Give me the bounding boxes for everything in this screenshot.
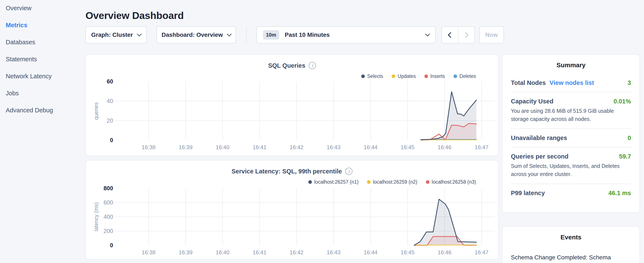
now-button[interactable]: Now: [479, 26, 504, 43]
chart-legend: localhost:26257 (n1)localhost:26259 (n2)…: [308, 179, 476, 185]
sidebar-item-statements[interactable]: Statements: [6, 55, 37, 64]
dashboard-dropdown[interactable]: Dashboard: Overview: [156, 26, 236, 43]
chart-plot-area[interactable]: [114, 188, 496, 249]
x-axis-tick: 16:46: [432, 249, 457, 256]
next-time-button[interactable]: [458, 27, 474, 43]
legend-item[interactable]: localhost:26257 (n1): [308, 179, 358, 185]
page-title: Overview Dashboard: [86, 10, 184, 21]
y-axis-tick: 40: [90, 97, 113, 105]
legend-item[interactable]: Deletes: [454, 73, 476, 79]
legend-label: Deletes: [460, 73, 476, 79]
graph-dropdown[interactable]: Graph: Cluster: [86, 26, 147, 43]
legend-dot-icon: [426, 180, 430, 184]
time-range-dropdown[interactable]: 10m Past 10 Minutes: [256, 26, 436, 43]
chevron-left-icon: [448, 32, 454, 38]
legend-label: Inserts: [430, 73, 445, 79]
events-title: Events: [502, 234, 640, 241]
legend-dot-icon: [424, 75, 428, 78]
x-axis-tick: 16:47: [469, 144, 494, 151]
legend-item[interactable]: localhost:26258 (n3): [426, 179, 476, 185]
queries-per-second-value: 59.7: [619, 153, 631, 160]
info-icon[interactable]: i: [345, 168, 352, 175]
time-range-label: Past 10 Minutes: [285, 32, 420, 38]
x-axis-tick: 16:45: [395, 144, 420, 151]
time-step-button-group: [442, 26, 475, 43]
y-axis-tick: 20: [90, 117, 113, 124]
sidebar-item-advanced-debug[interactable]: Advanced Debug: [6, 106, 53, 115]
y-axis-tick: 600: [90, 199, 113, 206]
sidebar-item-overview[interactable]: Overview: [6, 4, 32, 13]
capacity-used-value: 0.01%: [614, 98, 631, 105]
chevron-right-icon: [463, 32, 468, 38]
info-icon[interactable]: i: [309, 62, 316, 69]
dashboard-dropdown-label: Dashboard: Overview: [162, 32, 223, 38]
x-axis-tick: 16:46: [432, 144, 457, 151]
divider: [511, 92, 631, 92]
sidebar-item-jobs[interactable]: Jobs: [6, 89, 19, 98]
unavailable-ranges-label: Unavailable ranges: [511, 134, 567, 141]
legend-label: Updates: [398, 73, 416, 79]
chevron-down-icon: [137, 32, 142, 37]
divider: [511, 147, 631, 147]
summary-row-total-nodes: Total Nodes View nodes list 3: [511, 79, 631, 86]
legend-dot-icon: [361, 75, 365, 78]
sidebar: Overview Metrics Databases Statements Ne…: [0, 0, 86, 263]
queries-per-second-description: Sum of Selects, Updates, Inserts, and De…: [511, 162, 631, 178]
sidebar-item-metrics[interactable]: Metrics: [6, 21, 28, 30]
y-axis-tick: 0: [90, 241, 113, 249]
sql-queries-chart-card: SQL Queries i SelectsUpdatesInsertsDelet…: [86, 54, 498, 156]
x-axis-tick: 16:45: [395, 249, 420, 256]
summary-row-unavailable-ranges: Unavailable ranges 0: [511, 134, 631, 141]
summary-row-capacity-used: Capacity Used 0.01%: [511, 98, 631, 105]
x-axis-tick: 16:38: [136, 144, 161, 151]
prev-time-button[interactable]: [442, 27, 458, 43]
x-axis-tick: 16:40: [210, 144, 235, 151]
legend-dot-icon: [454, 75, 457, 78]
legend-label: localhost:26258 (n3): [432, 179, 476, 185]
chevron-down-icon: [227, 32, 232, 37]
x-axis-tick: 16:43: [321, 144, 346, 151]
summary-panel: Summary Total Nodes View nodes list 3 Ca…: [502, 54, 640, 213]
legend-label: localhost:26257 (n1): [314, 179, 358, 185]
time-range-badge: 10m: [263, 30, 279, 40]
x-axis-tick: 16:44: [358, 249, 383, 256]
legend-dot-icon: [367, 180, 370, 184]
y-axis-tick: 800: [90, 184, 113, 192]
legend-item[interactable]: localhost:26259 (n2): [367, 179, 417, 185]
chart-plot-area[interactable]: [114, 80, 496, 144]
x-axis-tick: 16:42: [284, 144, 309, 151]
chart-title: Service Latency: SQL, 99th percentile: [232, 168, 342, 175]
chevron-down-icon: [425, 32, 430, 37]
legend-item[interactable]: Inserts: [424, 73, 445, 79]
graph-dropdown-label: Graph: Cluster: [91, 32, 133, 38]
x-axis-tick: 16:41: [247, 249, 272, 256]
chart-legend: SelectsUpdatesInsertsDeletes: [361, 73, 476, 79]
event-item-text[interactable]: Schema Change Completed: Schema change w…: [511, 253, 631, 263]
y-axis-tick: 400: [90, 213, 113, 221]
x-axis-tick: 16:42: [284, 249, 309, 256]
y-axis-tick: 200: [90, 227, 113, 235]
y-axis-tick: 60: [90, 78, 113, 85]
legend-item[interactable]: Updates: [392, 73, 416, 79]
x-axis-tick: 16:40: [210, 249, 235, 256]
divider: [511, 184, 631, 184]
legend-item[interactable]: Selects: [361, 73, 383, 79]
sidebar-item-network-latency[interactable]: Network Latency: [6, 72, 52, 81]
sidebar-item-databases[interactable]: Databases: [6, 38, 35, 47]
view-nodes-list-link[interactable]: View nodes list: [550, 79, 594, 86]
x-axis-tick: 16:39: [173, 249, 198, 256]
unavailable-ranges-value: 0: [628, 134, 631, 141]
events-panel: Events Schema Change Completed: Schema c…: [502, 226, 640, 263]
summary-row-p99-latency: P99 latency 46.1 ms: [511, 190, 631, 197]
legend-label: localhost:26259 (n2): [373, 179, 417, 185]
x-axis-tick: 16:43: [321, 249, 346, 256]
queries-per-second-label: Queries per second: [511, 153, 568, 160]
x-axis-tick: 16:38: [136, 249, 161, 256]
p99-latency-label: P99 latency: [511, 190, 545, 197]
capacity-used-description: You are using 28.6 MiB of 515.9 GiB usab…: [511, 107, 631, 123]
y-axis-label: queries: [93, 82, 99, 140]
legend-dot-icon: [392, 75, 395, 78]
service-latency-chart-card: Service Latency: SQL, 99th percentile i …: [86, 160, 498, 259]
capacity-used-label: Capacity Used: [511, 98, 554, 105]
x-axis-tick: 16:39: [173, 144, 198, 151]
